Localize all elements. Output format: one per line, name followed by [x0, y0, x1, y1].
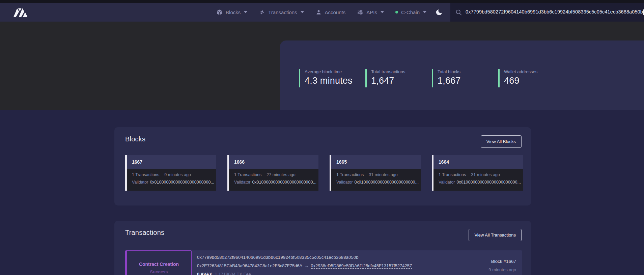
- block-card[interactable]: 1666 1 Transactions27 minutes ago Valida…: [227, 155, 318, 191]
- validator-address: 0x010000000000000000000000...: [150, 180, 214, 185]
- transaction-type-badge: Contract Creation Success: [125, 250, 192, 275]
- nav-item-transactions[interactable]: Transactions: [259, 9, 304, 16]
- nav-label-blocks: Blocks: [226, 9, 241, 15]
- transaction-fee: 1.1718604 TX Fee: [215, 272, 251, 275]
- block-card[interactable]: 1664 1 Transactions31 minutes ago Valida…: [432, 155, 523, 191]
- block-number[interactable]: 1666: [229, 155, 318, 169]
- block-card[interactable]: 1667 1 Transactions9 minutes ago Validat…: [125, 155, 216, 191]
- stat-wallet-addresses: Wallet addresses 469: [498, 69, 558, 87]
- block-number[interactable]: 1664: [433, 155, 523, 169]
- view-all-transactions-button[interactable]: View All Transactions: [469, 229, 522, 241]
- cube-icon: [216, 9, 223, 16]
- block-age: 31 minutes ago: [369, 172, 397, 177]
- block-tx-count: 1 Transactions: [439, 172, 466, 177]
- nav-label-accounts: Accounts: [325, 9, 346, 15]
- nav-menu: Blocks Transactions Accounts: [216, 9, 426, 16]
- transactions-section: Transactions View All Transactions Contr…: [114, 221, 531, 275]
- blocks-section-header: Blocks View All Blocks: [114, 127, 531, 148]
- nav-item-accounts[interactable]: Accounts: [315, 9, 346, 16]
- transactions-section-header: Transactions View All Transactions: [114, 221, 531, 241]
- nav-label-apis: APIs: [366, 9, 377, 15]
- stat-label: Total blocks: [438, 69, 492, 74]
- stat-average-block-time: Average block time 4.3 minutes: [299, 69, 359, 87]
- validator-label: Validator: [234, 180, 250, 185]
- stat-value: 469: [504, 76, 558, 86]
- stats-panel: Average block time 4.3 minutes Total tra…: [280, 40, 644, 110]
- block-age: 31 minutes ago: [471, 172, 500, 177]
- transaction-amount-line: 0 AVAX1.1718604 TX Fee: [197, 272, 451, 275]
- text-caret: [643, 9, 644, 15]
- block-age: 9 minutes ago: [164, 172, 191, 177]
- block-card-body: 1 Transactions31 minutes ago Validator0x…: [433, 169, 523, 191]
- block-tx-count: 1 Transactions: [234, 172, 261, 177]
- transaction-row[interactable]: Contract Creation Success 0x7799bd580272…: [125, 250, 522, 275]
- search-input[interactable]: 0x7799bd580272f9604140b6991d3bb6c19924bf…: [466, 9, 644, 15]
- hero-banner: Average block time 4.3 minutes Total tra…: [0, 22, 644, 110]
- blocks-section-title: Blocks: [125, 135, 145, 143]
- stat-value: 4.3 minutes: [305, 76, 359, 86]
- stat-value: 1,647: [371, 76, 425, 86]
- block-cards-row: 1667 1 Transactions9 minutes ago Validat…: [125, 155, 523, 191]
- transaction-block-link[interactable]: Block #1667: [451, 259, 516, 264]
- search-icon: [455, 9, 462, 16]
- validator-label: Validator: [336, 180, 353, 185]
- block-card-body: 1 Transactions9 minutes ago Validator0x0…: [127, 169, 216, 191]
- block-number[interactable]: 1665: [331, 155, 421, 169]
- to-address-link[interactable]: 0x2938eD5D869e50DA6f125dfc45F13157f52742…: [311, 263, 412, 268]
- chevron-down-icon: [301, 11, 304, 13]
- nav-label-transactions: Transactions: [268, 9, 297, 15]
- validator-address: 0x010000000000000000000000...: [252, 180, 316, 185]
- person-icon: [315, 9, 322, 16]
- block-card-body: 1 Transactions27 minutes ago Validator0x…: [229, 169, 318, 191]
- transaction-age: 9 minutes ago: [451, 267, 516, 272]
- nav-item-apis[interactable]: APIs: [357, 9, 384, 16]
- avalanche-logo-icon: [13, 7, 30, 18]
- moon-icon: [435, 8, 443, 16]
- transaction-details: 0x7799bd580272f9604140b6991d3bb6c19924bf…: [192, 250, 451, 275]
- block-card-body: 1 Transactions31 minutes ago Validator0x…: [331, 169, 421, 191]
- transactions-section-title: Transactions: [125, 229, 164, 237]
- transaction-meta: Block #1667 9 minutes ago: [451, 250, 522, 275]
- theme-toggle-button[interactable]: [435, 8, 443, 16]
- view-all-blocks-button[interactable]: View All Blocks: [481, 135, 522, 148]
- search-box: 0x7799bd580272f9604140b6991d3bb6c19924bf…: [450, 3, 644, 22]
- transaction-amount: 0 AVAX: [197, 272, 212, 275]
- arrow-right-icon: →: [304, 263, 309, 268]
- validator-address: 0x010000000000000000000000...: [354, 180, 418, 185]
- block-tx-count: 1 Transactions: [336, 172, 364, 177]
- stat-value: 1,667: [438, 76, 492, 86]
- validator-address: 0x010000000000000000000000...: [456, 180, 521, 185]
- sliders-icon: [357, 9, 363, 16]
- search-query-text: 0x7799bd580272f9604140b6991d3bb6c19924bf…: [466, 9, 643, 15]
- block-number[interactable]: 1667: [127, 155, 216, 169]
- blocks-section: Blocks View All Blocks 1667 1 Transactio…: [114, 127, 531, 205]
- transaction-route: 0x2E7263d815CbB43a9647843C8a1e2F5c87F75d…: [197, 263, 451, 268]
- stats-row: Average block time 4.3 minutes Total tra…: [299, 69, 565, 87]
- stat-total-blocks: Total blocks 1,667: [432, 69, 492, 87]
- validator-label: Validator: [439, 180, 455, 185]
- block-age: 27 minutes ago: [267, 172, 295, 177]
- chevron-down-icon: [244, 11, 247, 13]
- transaction-type: Contract Creation: [139, 262, 179, 267]
- chevron-down-icon: [381, 11, 384, 13]
- navbar: Blocks Transactions Accounts: [0, 3, 644, 22]
- stat-label: Total transactions: [371, 69, 425, 74]
- stat-total-transactions: Total transactions 1,647: [365, 69, 425, 87]
- chevron-down-icon: [423, 11, 426, 13]
- window-top-edge: [0, 0, 644, 3]
- avalanche-logo[interactable]: [13, 7, 30, 18]
- validator-label: Validator: [132, 180, 148, 185]
- transfer-icon: [258, 8, 266, 16]
- transaction-hash-link[interactable]: 0x7799bd580272f9604140b6991d3bb6c19924bf…: [197, 255, 451, 260]
- stat-label: Average block time: [305, 69, 359, 74]
- block-card[interactable]: 1665 1 Transactions31 minutes ago Valida…: [330, 155, 421, 191]
- chain-status-dot: [395, 11, 398, 13]
- transaction-status: Success: [150, 269, 168, 274]
- stat-label: Wallet addresses: [504, 69, 558, 74]
- nav-item-blocks[interactable]: Blocks: [216, 9, 247, 16]
- chain-selector[interactable]: C-Chain: [395, 9, 426, 15]
- chain-selector-label: C-Chain: [401, 9, 420, 15]
- block-tx-count: 1 Transactions: [132, 172, 159, 177]
- from-address-link[interactable]: 0x2E7263d815CbB43a9647843C8a1e2F5c87F75d…: [197, 263, 302, 268]
